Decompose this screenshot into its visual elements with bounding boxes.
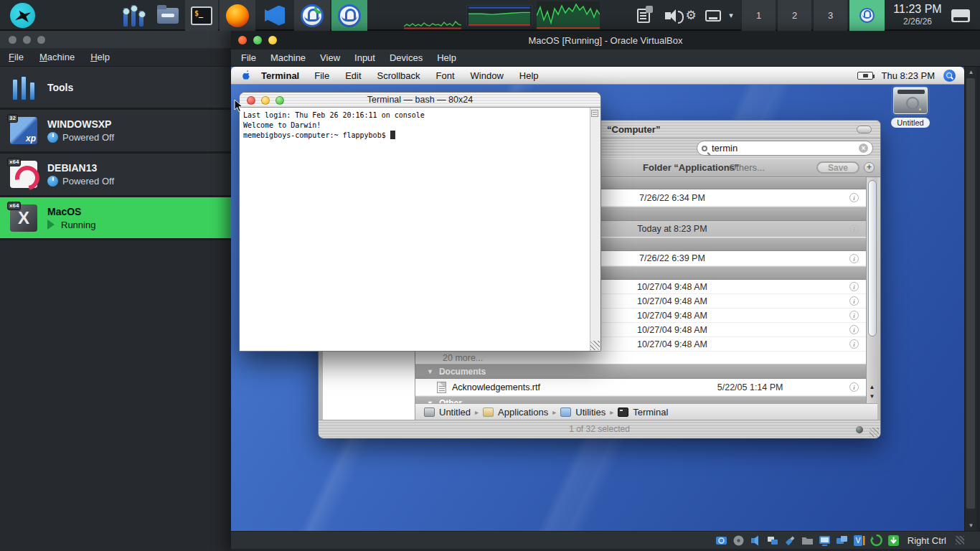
info-icon[interactable]: i bbox=[849, 311, 859, 320]
window-button-icon[interactable] bbox=[23, 36, 31, 44]
hard-disks-status-icon[interactable] bbox=[715, 534, 727, 547]
close-icon[interactable] bbox=[247, 96, 255, 105]
terminal-scrollbar[interactable] bbox=[590, 108, 600, 351]
workspace-1[interactable]: 1 bbox=[741, 0, 776, 31]
info-icon[interactable]: i bbox=[849, 382, 859, 392]
path-applications[interactable]: Applications bbox=[498, 407, 548, 418]
finder-scrollbar[interactable]: ▲ ▼ bbox=[866, 177, 877, 403]
workspace-4-active[interactable] bbox=[849, 0, 885, 31]
spotlight-icon[interactable] bbox=[943, 70, 956, 82]
settings-launcher[interactable] bbox=[121, 0, 146, 31]
scroll-up-icon[interactable]: ▲ bbox=[867, 384, 877, 390]
disclosure-triangle-icon[interactable]: ▼ bbox=[427, 368, 433, 375]
mac-menu-help[interactable]: Help bbox=[519, 70, 539, 81]
firefox-launcher[interactable] bbox=[220, 0, 255, 31]
mac-menu-edit[interactable]: Edit bbox=[345, 70, 361, 81]
file-manager-launcher[interactable] bbox=[154, 0, 182, 31]
resize-grip[interactable] bbox=[590, 341, 600, 350]
path-untitled[interactable]: Untitled bbox=[439, 407, 471, 418]
desktop-disk-icon[interactable]: Untitled bbox=[888, 87, 933, 128]
vm-menu-view[interactable]: View bbox=[320, 52, 340, 63]
panel-clock[interactable]: 11:23 PM 2/26/26 bbox=[890, 2, 946, 27]
notes-tray-button[interactable] bbox=[633, 0, 654, 31]
mouse-integration-status-icon[interactable] bbox=[870, 534, 882, 547]
workspace-2[interactable]: 2 bbox=[777, 0, 811, 31]
vm-item-macos-selected[interactable]: Xx64 MacOS Running bbox=[0, 197, 231, 240]
terminal-launcher[interactable]: $_ bbox=[185, 0, 218, 31]
features-status-icon[interactable]: V bbox=[853, 534, 865, 547]
optical-drive-status-icon[interactable] bbox=[732, 534, 745, 547]
mac-menu-file[interactable]: File bbox=[314, 70, 329, 81]
shared-folders-status-icon[interactable] bbox=[801, 534, 814, 547]
scroll-down-icon[interactable]: ▼ bbox=[867, 393, 877, 400]
vscode-launcher[interactable] bbox=[258, 0, 291, 31]
window-button-icon[interactable] bbox=[37, 36, 45, 44]
mac-menu-window[interactable]: Window bbox=[471, 70, 504, 81]
volume-tray-button[interactable] bbox=[656, 0, 680, 31]
scroll-up-icon[interactable]: ▲ bbox=[965, 69, 977, 75]
window-button-icon[interactable] bbox=[9, 36, 17, 44]
window-buttons[interactable] bbox=[247, 96, 284, 105]
menu-help[interactable]: Help bbox=[90, 52, 110, 62]
add-criteria-button[interactable]: + bbox=[864, 162, 875, 173]
terminal-output[interactable]: Last login: Thu Feb 26 20:16:11 on conso… bbox=[240, 108, 590, 351]
vm-scrollbar[interactable]: ▲ ▼ bbox=[964, 67, 976, 531]
clear-search-icon[interactable]: × bbox=[859, 143, 868, 153]
settings-tray-button[interactable]: ⚙ bbox=[680, 0, 702, 31]
vm-item-debian13[interactable]: x64 DEBIAN13 Powered Off bbox=[0, 154, 231, 197]
vm-menu-help[interactable]: Help bbox=[437, 52, 456, 63]
scrollbar-thumb[interactable] bbox=[966, 78, 975, 509]
mac-menu-font[interactable]: Font bbox=[436, 70, 455, 81]
vm-item-windowsxp[interactable]: xp32 WINDOWSXP Powered Off bbox=[0, 110, 231, 154]
recording-status-icon[interactable] bbox=[836, 534, 848, 547]
manager-titlebar[interactable] bbox=[0, 31, 231, 48]
vm-titlebar[interactable]: MacOS [Running] - Oracle VirtualBox bbox=[231, 31, 980, 50]
vm-menu-devices[interactable]: Devices bbox=[390, 52, 423, 63]
workspace-3[interactable]: 3 bbox=[813, 0, 847, 31]
mac-app-menu[interactable]: Terminal bbox=[261, 70, 299, 81]
keyboard-capture-status-icon[interactable] bbox=[887, 534, 900, 547]
menu-machine[interactable]: Machine bbox=[39, 52, 75, 62]
split-pane-icon[interactable] bbox=[591, 110, 598, 117]
save-button[interactable]: Save bbox=[816, 161, 859, 174]
result-row-document[interactable]: Acknowledgements.rtf 5/22/05 1:14 PM i bbox=[415, 379, 866, 396]
distro-menu-button[interactable] bbox=[10, 3, 35, 28]
minimize-icon[interactable] bbox=[268, 36, 277, 44]
tray-expand-button[interactable]: ▾ bbox=[725, 0, 738, 31]
display-status-icon[interactable] bbox=[819, 534, 831, 547]
scroll-down-icon[interactable]: ▼ bbox=[965, 522, 977, 529]
info-icon[interactable]: i bbox=[849, 296, 859, 306]
info-icon[interactable]: i bbox=[849, 339, 859, 349]
minimize-icon[interactable] bbox=[261, 96, 270, 105]
group-header-other[interactable]: ▼ Other bbox=[415, 396, 866, 403]
vm-menu-machine[interactable]: Machine bbox=[270, 52, 306, 63]
vm-menu-file[interactable]: File bbox=[241, 52, 256, 63]
mac-menu-scrollback[interactable]: Scrollback bbox=[377, 70, 420, 81]
window-buttons[interactable] bbox=[238, 36, 277, 44]
resize-grip[interactable] bbox=[956, 536, 964, 545]
battery-icon[interactable] bbox=[857, 72, 873, 80]
info-icon[interactable]: i bbox=[849, 193, 859, 202]
scope-others[interactable]: Others... bbox=[729, 162, 765, 173]
zoom-icon[interactable] bbox=[275, 96, 284, 105]
info-icon[interactable]: i bbox=[849, 225, 859, 234]
more-results-link[interactable]: 20 more... bbox=[415, 352, 866, 364]
mac-clock[interactable]: Thu 8:23 PM bbox=[882, 70, 935, 81]
close-icon[interactable] bbox=[238, 36, 247, 44]
info-icon[interactable]: i bbox=[849, 254, 859, 263]
maximize-icon[interactable] bbox=[253, 36, 262, 44]
virtualbox-vm-task-active[interactable] bbox=[331, 0, 367, 31]
vm-menu-input[interactable]: Input bbox=[354, 52, 375, 63]
info-icon[interactable]: i bbox=[849, 325, 859, 334]
toolbar-toggle-button[interactable] bbox=[857, 126, 872, 133]
network-status-icon[interactable] bbox=[767, 534, 779, 547]
display-tray-button[interactable] bbox=[702, 0, 725, 31]
scope-folder-applications[interactable]: Folder “Applications” bbox=[643, 162, 739, 173]
scrollbar-thumb[interactable] bbox=[868, 180, 877, 336]
terminal-titlebar[interactable]: Terminal — bash — 80x24 bbox=[240, 93, 600, 108]
audio-status-icon[interactable] bbox=[750, 534, 762, 547]
path-utilities[interactable]: Utilities bbox=[575, 407, 606, 418]
usb-status-icon[interactable] bbox=[784, 534, 796, 547]
tools-item[interactable]: Tools bbox=[0, 67, 231, 110]
info-icon[interactable]: i bbox=[849, 282, 859, 291]
